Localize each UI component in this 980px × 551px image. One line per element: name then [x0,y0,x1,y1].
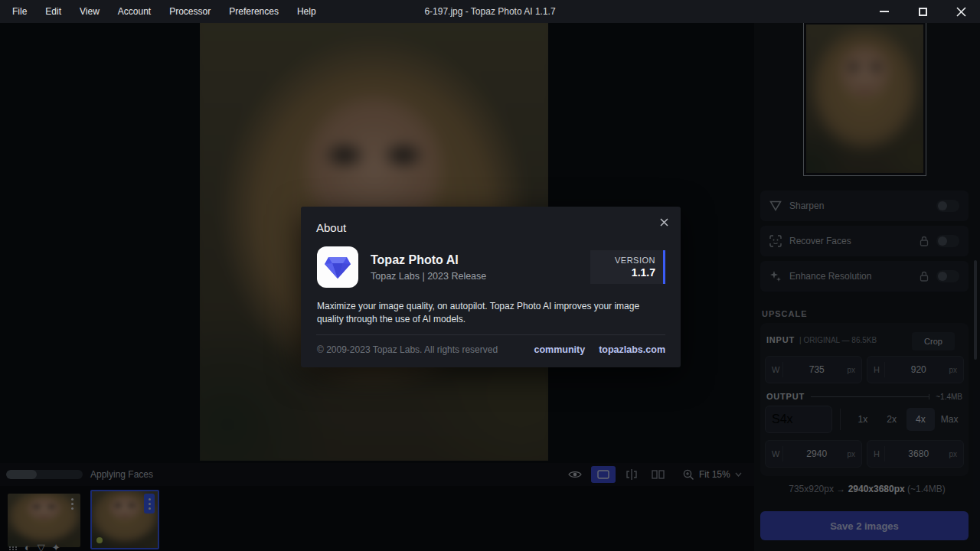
minimize-button[interactable] [865,0,903,23]
version-value: 1.1.7 [598,266,655,279]
version-label: VERSION [598,256,655,265]
window-controls [865,0,980,23]
dialog-divider [316,334,665,335]
topazlabs-link[interactable]: topazlabs.com [599,344,665,355]
menu-view[interactable]: View [70,0,109,23]
close-icon [956,7,966,17]
app-publisher: Topaz Labs | 2023 Release [371,271,590,282]
maximize-icon [919,8,927,16]
menu-edit[interactable]: Edit [36,0,70,23]
community-link[interactable]: community [534,344,585,355]
dialog-title: About [316,221,346,234]
maximize-button[interactable] [903,0,942,23]
dialog-close-button[interactable] [656,214,671,230]
topaz-gem-logo [317,246,358,288]
app-window: File Edit View Account Processor Prefere… [0,0,980,551]
titlebar: File Edit View Account Processor Prefere… [0,0,980,23]
version-box: VERSION 1.1.7 [590,250,665,284]
app-info-row: Topaz Photo AI Topaz Labs | 2023 Release… [317,246,665,288]
menu-bar: File Edit View Account Processor Prefere… [0,0,325,23]
app-name: Topaz Photo AI [371,253,590,267]
about-dialog: About Topaz Photo AI Topaz Labs | 2023 R… [301,207,681,367]
close-icon [660,218,668,227]
minimize-icon [880,11,889,12]
menu-help[interactable]: Help [288,0,325,23]
app-description: Maximize your image quality, on autopilo… [317,300,663,327]
close-button[interactable] [942,0,980,23]
copyright-text: © 2009-2023 Topaz Labs. All rights reser… [317,344,520,355]
dialog-footer: © 2009-2023 Topaz Labs. All rights reser… [317,344,665,355]
menu-processor[interactable]: Processor [160,0,220,23]
app-name-block: Topaz Photo AI Topaz Labs | 2023 Release [371,253,590,282]
menu-file[interactable]: File [3,0,36,23]
menu-preferences[interactable]: Preferences [220,0,288,23]
menu-account[interactable]: Account [109,0,160,23]
